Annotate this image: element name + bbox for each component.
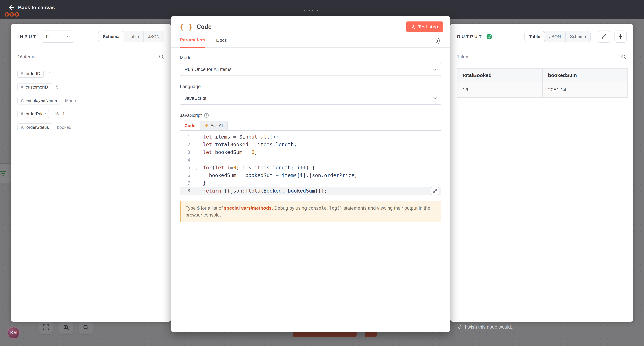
code-line[interactable]: 8return [{json:{totalBooked, bookedSum}}… — [180, 187, 441, 195]
code-lines: 1let items = $input.all();2let totalBook… — [180, 133, 441, 195]
table-header-row: totalBookedbookedSum — [457, 68, 628, 82]
modal-drag-handle[interactable] — [303, 10, 319, 14]
field-name: orderStatus — [26, 125, 49, 130]
field-pill[interactable]: #orderID — [18, 70, 44, 78]
schema-list: #orderID2#customerID5AemployeeNameMario#… — [11, 69, 171, 132]
special-vars-link[interactable]: special vars/methods. — [224, 206, 273, 211]
test-step-label: Test step — [418, 24, 438, 30]
field-name: customerID — [26, 84, 48, 90]
field-value: Mario — [65, 98, 76, 103]
output-items-row: 1 item — [450, 54, 633, 60]
tab-table[interactable]: Table — [124, 31, 144, 42]
field-type-icon: # — [21, 71, 23, 76]
language-select[interactable]: JavaScript — [180, 92, 442, 105]
mode-select[interactable]: Run Once for All Items — [180, 63, 442, 76]
success-check-icon — [486, 34, 492, 40]
table-cell: 16 — [457, 82, 542, 98]
editor-hint: Type $ for a list of special vars/method… — [180, 201, 442, 222]
line-number: 5 — [180, 164, 190, 172]
parameters-body: Mode Run Once for All Items Language Jav… — [171, 48, 450, 222]
field-type-icon: A — [21, 98, 24, 103]
flask-icon — [411, 24, 416, 29]
back-to-canvas-button[interactable]: Back to canvas — [9, 5, 55, 10]
field-name: orderID — [26, 71, 40, 76]
sparkle-icon — [204, 124, 208, 128]
line-number: 1 — [180, 133, 190, 141]
field-value: 5 — [56, 84, 58, 90]
input-panel: INPUT If SchemaTableJSON 16 items #order… — [11, 24, 171, 322]
code-line[interactable]: 1let items = $input.all(); — [180, 133, 441, 141]
user-avatar[interactable]: KM — [8, 327, 20, 339]
language-value: JavaScript — [184, 96, 206, 101]
node-header: { } Code Test step — [171, 16, 450, 32]
edit-output-button[interactable] — [598, 30, 610, 42]
code-line[interactable]: 2let totalBooked = items.length; — [180, 141, 441, 148]
help-icon[interactable]: ? — [204, 113, 209, 118]
field-value: booked — [57, 125, 71, 130]
code-line[interactable]: 3let bookedSum = 0; — [180, 148, 441, 156]
back-arrow-icon — [9, 5, 14, 10]
tab-schema[interactable]: Schema — [565, 31, 590, 42]
fold-icon[interactable]: ⌄ — [190, 164, 203, 172]
tab-ask-ai[interactable]: Ask AI — [200, 121, 228, 130]
code-line[interactable]: 7} — [180, 179, 441, 187]
node-title: Code — [196, 23, 212, 30]
input-view-tabs: SchemaTableJSON — [98, 31, 164, 42]
code-tab-label: Code — [184, 123, 196, 128]
input-source-select[interactable]: If — [42, 30, 74, 42]
field-pill[interactable]: #customerID — [18, 83, 51, 91]
code-line[interactable]: 4 — [180, 156, 441, 164]
tab-docs[interactable]: Docs — [216, 38, 227, 47]
field-name: employeeName — [26, 98, 57, 103]
line-number: 4 — [180, 156, 190, 164]
tab-schema[interactable]: Schema — [98, 31, 124, 42]
tab-code[interactable]: Code — [180, 121, 200, 130]
field-pill[interactable]: AorderStatus — [18, 124, 52, 131]
input-items-count: 16 items — [18, 54, 35, 60]
tab-json[interactable]: JSON — [544, 31, 565, 42]
schema-row[interactable]: AorderStatusbooked — [18, 123, 164, 132]
field-type-icon: # — [21, 85, 23, 90]
field-name: orderPrice — [26, 111, 46, 116]
output-view-tabs: TableJSONSchema — [524, 31, 591, 42]
mode-value: Run Once for All Items — [184, 67, 232, 72]
line-number: 3 — [180, 148, 190, 156]
chevron-down-icon — [433, 68, 437, 71]
field-pill[interactable]: #orderPrice — [18, 110, 49, 118]
back-label: Back to canvas — [18, 5, 55, 10]
schema-row[interactable]: AemployeeNameMario — [18, 96, 164, 105]
code-line[interactable]: 5⌄for(let i=0; i < items.length; i++) { — [180, 164, 441, 172]
pin-data-button[interactable] — [614, 30, 626, 42]
pencil-icon — [602, 34, 606, 39]
pin-icon — [618, 34, 623, 39]
node-feedback-link[interactable]: I wish this node would... — [457, 324, 515, 330]
search-icon[interactable] — [621, 54, 626, 60]
input-items-row: 16 items — [11, 54, 171, 60]
hint-text: Debug by using — [273, 206, 308, 211]
code-node-icon: { } — [180, 23, 192, 31]
tab-parameters[interactable]: Parameters — [180, 37, 206, 48]
editor-expand-icon[interactable] — [431, 187, 439, 195]
avatar-initials: KM — [10, 330, 17, 335]
code-editor[interactable]: 1let items = $input.all();2let totalBook… — [180, 130, 442, 197]
svg-text:?: ? — [206, 114, 207, 117]
test-step-button[interactable]: Test step — [406, 22, 443, 32]
input-header: INPUT If SchemaTableJSON — [11, 24, 171, 42]
language-label: Language — [180, 84, 442, 89]
output-panel: OUTPUT TableJSONSchema — [450, 24, 633, 322]
output-title: OUTPUT — [457, 34, 483, 39]
code-line[interactable]: 6 bookedSum = bookedSum + items[i].json.… — [180, 172, 441, 179]
output-table-wrap: totalBookedbookedSum 162251.14 — [450, 68, 633, 98]
tab-table[interactable]: Table — [525, 31, 544, 42]
field-value: 161.1 — [54, 111, 65, 116]
tab-json[interactable]: JSON — [144, 31, 164, 42]
search-icon[interactable] — [159, 54, 164, 60]
node-tabs: Parameters Docs — [171, 37, 450, 48]
node-settings-gear-icon[interactable] — [435, 38, 442, 47]
schema-row[interactable]: #orderPrice161.1 — [18, 109, 164, 118]
chevron-down-icon — [66, 36, 70, 38]
column-header: bookedSum — [542, 68, 628, 82]
schema-row[interactable]: #customerID5 — [18, 82, 164, 92]
field-pill[interactable]: AemployeeName — [18, 96, 60, 104]
schema-row[interactable]: #orderID2 — [18, 69, 164, 78]
